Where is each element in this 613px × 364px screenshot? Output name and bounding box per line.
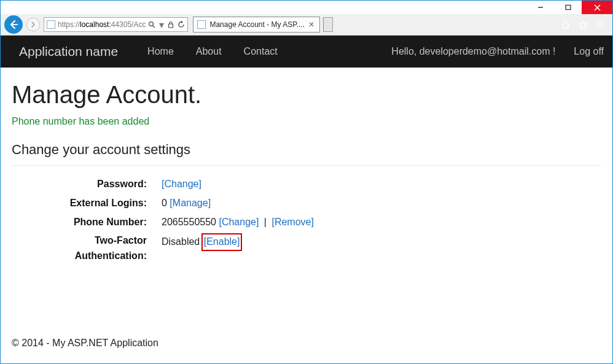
svg-point-8 bbox=[599, 23, 602, 26]
page-icon bbox=[197, 20, 206, 29]
window-frame: https://localhost:44305/Acc ▾ Manage Acc… bbox=[0, 0, 613, 364]
address-bar[interactable]: https://localhost:44305/Acc ▾ bbox=[44, 17, 188, 32]
window-maximize-button[interactable] bbox=[554, 1, 582, 14]
separator: | bbox=[264, 217, 267, 227]
svg-line-15 bbox=[597, 26, 598, 28]
phone-value: 2065550550 bbox=[162, 217, 216, 227]
page-subhead: Change your account settings bbox=[12, 142, 601, 158]
phone-remove-link[interactable]: [Remove] bbox=[271, 217, 313, 227]
browser-tab[interactable]: Manage Account - My ASP.... ✕ bbox=[193, 17, 320, 33]
label-two-factor: Two-Factor Authentication: bbox=[24, 233, 147, 264]
svg-line-6 bbox=[153, 26, 155, 28]
lock-icon bbox=[168, 21, 174, 28]
label-password: Password: bbox=[24, 177, 147, 192]
page-viewport: Application name Home About Contact Hell… bbox=[1, 36, 612, 363]
window-titlebar bbox=[1, 1, 612, 14]
address-bar-icons: ▾ bbox=[148, 19, 185, 31]
new-tab-button[interactable] bbox=[323, 17, 333, 32]
nav-back-button[interactable] bbox=[4, 15, 23, 34]
window-minimize-button[interactable] bbox=[526, 1, 554, 14]
highlight-box: [Enable] bbox=[201, 233, 243, 251]
refresh-icon[interactable] bbox=[178, 21, 185, 28]
nav-logoff[interactable]: Log off bbox=[574, 46, 604, 57]
gear-icon[interactable] bbox=[595, 20, 605, 29]
settings-list: Password: [Change] External Logins: 0 [M… bbox=[24, 177, 601, 264]
star-icon[interactable] bbox=[578, 20, 588, 29]
external-logins-manage-link[interactable]: [Manage] bbox=[170, 198, 211, 208]
window-close-button[interactable] bbox=[582, 1, 612, 14]
nav-contact[interactable]: Contact bbox=[233, 46, 289, 57]
tab-close-icon[interactable]: ✕ bbox=[308, 20, 314, 29]
nav-greeting[interactable]: Hello, developerdemo@hotmail.com ! bbox=[391, 46, 555, 57]
search-icon[interactable] bbox=[148, 21, 155, 28]
page-icon bbox=[47, 20, 55, 29]
browser-toolbar: https://localhost:44305/Acc ▾ Manage Acc… bbox=[1, 14, 612, 36]
command-bar bbox=[561, 20, 609, 29]
svg-line-16 bbox=[602, 21, 603, 23]
arrow-left-icon bbox=[8, 19, 19, 30]
two-factor-enable-link[interactable]: [Enable] bbox=[204, 236, 240, 247]
tab-title: Manage Account - My ASP.... bbox=[209, 20, 305, 29]
nav-about[interactable]: About bbox=[185, 46, 233, 57]
external-logins-count: 0 bbox=[162, 198, 167, 208]
label-phone: Phone Number: bbox=[24, 215, 147, 230]
two-factor-status: Disabled bbox=[162, 236, 200, 247]
nav-forward-button[interactable] bbox=[26, 18, 40, 31]
password-change-link[interactable]: [Change] bbox=[162, 179, 201, 189]
label-external-logins: External Logins: bbox=[24, 196, 147, 211]
svg-point-5 bbox=[149, 22, 154, 26]
divider bbox=[12, 165, 601, 166]
home-icon[interactable] bbox=[561, 20, 571, 29]
nav-home[interactable]: Home bbox=[136, 46, 185, 57]
svg-line-14 bbox=[602, 26, 603, 28]
phone-change-link[interactable]: [Change] bbox=[219, 217, 259, 227]
site-navbar: Application name Home About Contact Hell… bbox=[1, 36, 612, 68]
page-title: Manage Account. bbox=[12, 81, 601, 109]
svg-rect-7 bbox=[169, 24, 173, 28]
flash-message: Phone number has been added bbox=[12, 116, 601, 127]
svg-line-13 bbox=[597, 21, 598, 23]
page-footer: © 2014 - My ASP.NET Application bbox=[12, 338, 158, 349]
arrow-right-icon bbox=[30, 21, 36, 28]
svg-rect-1 bbox=[566, 6, 571, 10]
brand[interactable]: Application name bbox=[19, 44, 118, 59]
address-url: https://localhost:44305/Acc bbox=[58, 20, 146, 29]
page-body: Manage Account. Phone number has been ad… bbox=[1, 68, 612, 264]
